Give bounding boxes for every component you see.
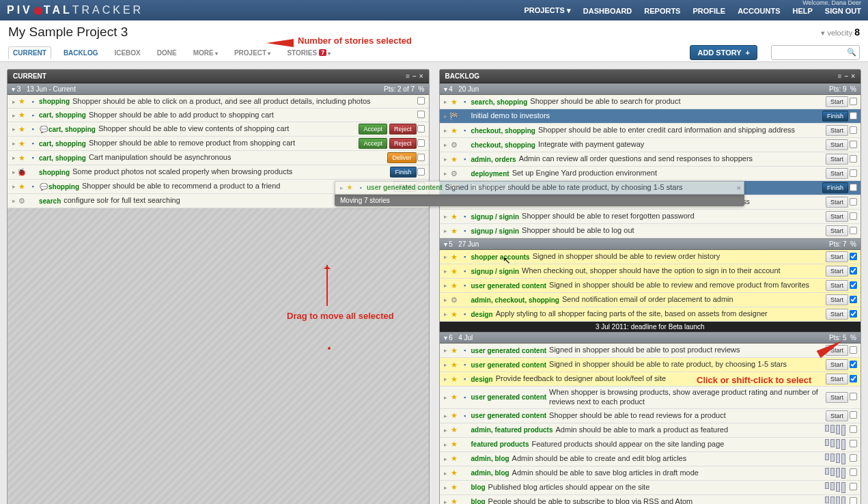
story-row[interactable]: ▸ ★ ▪ signup / signin Shopper should be … bbox=[440, 224, 861, 238]
select-checkbox[interactable] bbox=[417, 96, 426, 107]
tab-icebox[interactable]: ICEBOX bbox=[110, 47, 144, 59]
select-checkbox[interactable] bbox=[417, 124, 426, 135]
story-title[interactable]: Shopper should be able to add product to… bbox=[89, 111, 414, 120]
story-labels[interactable]: signup / signin bbox=[471, 213, 520, 221]
start-button[interactable]: Start bbox=[826, 197, 848, 208]
tab-backlog[interactable]: BACKLOG bbox=[59, 47, 102, 59]
story-row[interactable]: ▸ ★ ▪ user generated content When shoppe… bbox=[440, 387, 861, 409]
select-checkbox[interactable] bbox=[848, 468, 858, 478]
story-row[interactable]: ▸ ★ ▪ signup / signin When checking out,… bbox=[440, 264, 861, 279]
story-row[interactable]: ▸ ★ ▪ design Provide feedback to designe… bbox=[440, 372, 861, 387]
story-labels[interactable]: featured products bbox=[471, 440, 529, 448]
expand-icon[interactable]: ▸ bbox=[443, 361, 449, 368]
expand-icon[interactable]: ▸ bbox=[10, 197, 17, 204]
select-checkbox[interactable] bbox=[417, 153, 426, 163]
story-labels[interactable]: blog bbox=[471, 484, 486, 491]
expand-icon[interactable]: ▸ bbox=[443, 156, 449, 163]
estimate-picker[interactable] bbox=[825, 482, 845, 493]
start-button[interactable]: Start bbox=[826, 294, 848, 305]
story-labels[interactable]: signup / signin bbox=[471, 268, 520, 275]
story-title[interactable]: Some product photos not scaled properly … bbox=[72, 167, 387, 177]
story-title[interactable]: Published blog articles should appear on… bbox=[488, 483, 822, 492]
story-row[interactable]: ▸ ⚙ admin, checkout, shopping Send notif… bbox=[440, 293, 861, 307]
story-title[interactable]: When checking out, shopper should have t… bbox=[522, 266, 823, 276]
estimate-picker[interactable] bbox=[825, 468, 845, 479]
story-title[interactable]: Admin can review all order questions and… bbox=[519, 154, 823, 164]
story-row[interactable]: ▸ ★ ▪ checkout, shopping Shopper should … bbox=[440, 124, 861, 138]
start-button[interactable]: Start bbox=[826, 359, 848, 370]
story-row[interactable]: ▸ ★ ▪ cart, shopping Cart manipulation s… bbox=[8, 151, 429, 165]
expand-icon[interactable]: ▸ bbox=[10, 112, 17, 119]
story-title[interactable]: Apply styling to all shopper facing part… bbox=[496, 309, 823, 319]
select-checkbox[interactable] bbox=[848, 140, 858, 150]
iteration-header[interactable]: ▾ 4 20 JunPts: 9 % bbox=[440, 83, 861, 95]
select-checkbox[interactable] bbox=[848, 183, 858, 193]
app-logo[interactable]: PIVTALTRACKER bbox=[7, 4, 143, 16]
story-labels[interactable]: checkout, shopping bbox=[471, 141, 535, 149]
story-labels[interactable]: admin, orders bbox=[471, 156, 516, 163]
story-title[interactable]: Initial demo to investors bbox=[471, 111, 820, 121]
expand-icon[interactable]: ▸ bbox=[443, 470, 449, 477]
select-checkbox[interactable] bbox=[848, 410, 858, 421]
story-title[interactable]: Featured products should appear on the s… bbox=[532, 440, 822, 449]
select-checkbox[interactable] bbox=[848, 374, 858, 384]
select-checkbox[interactable] bbox=[848, 281, 858, 291]
select-checkbox[interactable] bbox=[848, 252, 858, 262]
start-button[interactable]: Start bbox=[826, 410, 848, 421]
expand-icon[interactable]: ▸ bbox=[10, 154, 17, 161]
finish-button[interactable]: Finish bbox=[822, 111, 848, 122]
story-row[interactable]: ▸ ★ ▪ user generated content Shopper sho… bbox=[440, 409, 861, 423]
start-button[interactable]: Start bbox=[826, 374, 848, 384]
story-title[interactable]: Shopper should be able to view contents … bbox=[98, 124, 356, 134]
select-checkbox[interactable] bbox=[417, 196, 426, 206]
story-title[interactable]: Signed in shopper should be able to post… bbox=[549, 346, 823, 355]
story-title[interactable]: Cart manipulation should be asynchronous bbox=[89, 153, 385, 163]
select-checkbox[interactable] bbox=[848, 496, 858, 504]
expand-icon[interactable]: ▸ bbox=[443, 268, 449, 275]
nav-projects[interactable]: PROJECTS ▾ bbox=[524, 6, 570, 15]
story-row[interactable]: ▸ ★ blog People should be able to subscr… bbox=[440, 495, 861, 505]
start-button[interactable]: Start bbox=[826, 168, 848, 179]
start-button[interactable]: Start bbox=[826, 96, 848, 107]
comments-icon[interactable]: 💬 bbox=[39, 126, 48, 133]
story-row[interactable]: ▸ ★ ▪ user generated content Signed in s… bbox=[440, 358, 861, 372]
start-button[interactable]: Start bbox=[826, 280, 848, 291]
select-checkbox[interactable] bbox=[417, 182, 426, 192]
start-button[interactable]: Start bbox=[826, 345, 848, 356]
story-title[interactable]: Shopper should be able to search for pro… bbox=[530, 97, 823, 107]
story-labels[interactable]: shopper accounts bbox=[471, 253, 530, 261]
expand-icon[interactable]: ▸ bbox=[443, 227, 449, 234]
story-title[interactable]: Shopper should be able to remove product… bbox=[89, 139, 356, 148]
story-labels[interactable]: user generated content bbox=[471, 393, 547, 401]
select-checkbox[interactable] bbox=[848, 425, 858, 435]
expand-icon[interactable]: ▸ bbox=[443, 141, 449, 148]
select-checkbox[interactable] bbox=[848, 111, 858, 122]
tab-current[interactable]: CURRENT bbox=[8, 46, 51, 59]
story-row[interactable]: ▸ ★ ▪ shopping Shopper should be able to… bbox=[8, 95, 429, 109]
story-title[interactable]: Shopper should be able to enter credit c… bbox=[538, 126, 823, 135]
expand-icon[interactable]: ▸ bbox=[10, 140, 17, 147]
start-button[interactable]: Start bbox=[393, 195, 416, 206]
story-labels[interactable]: signup / signin bbox=[471, 199, 520, 206]
story-title[interactable]: Shopper should be able to click on a pro… bbox=[72, 97, 414, 107]
expand-icon[interactable]: ▸ bbox=[443, 376, 449, 382]
story-row[interactable]: ▸ ⚙ deployment Set up Engine Yard produc… bbox=[440, 167, 861, 181]
story-labels[interactable]: user generated content bbox=[471, 361, 547, 369]
story-row[interactable]: ▸ 🏁 Beta launch Finish bbox=[440, 181, 861, 195]
expand-icon[interactable]: ▸ bbox=[443, 296, 449, 303]
story-labels[interactable]: user generated content bbox=[471, 347, 547, 354]
story-labels[interactable]: shopping bbox=[48, 183, 79, 191]
select-checkbox[interactable] bbox=[848, 266, 858, 277]
select-checkbox[interactable] bbox=[848, 212, 858, 222]
story-title[interactable]: configure solr for full text searching bbox=[64, 196, 391, 206]
expand-icon[interactable]: ▸ bbox=[443, 427, 449, 434]
search-icon[interactable]: 🔍 bbox=[847, 48, 856, 57]
story-labels[interactable]: cart, shopping bbox=[39, 154, 86, 162]
story-title[interactable]: When shopper is browsing products, show … bbox=[549, 388, 823, 407]
start-button[interactable]: Start bbox=[826, 154, 848, 165]
expand-icon[interactable]: ▸ bbox=[443, 456, 449, 462]
deliver-button[interactable]: Deliver bbox=[387, 152, 416, 163]
select-checkbox[interactable] bbox=[848, 97, 858, 107]
expand-icon[interactable]: ▸ bbox=[443, 311, 449, 318]
select-checkbox[interactable] bbox=[848, 309, 858, 320]
